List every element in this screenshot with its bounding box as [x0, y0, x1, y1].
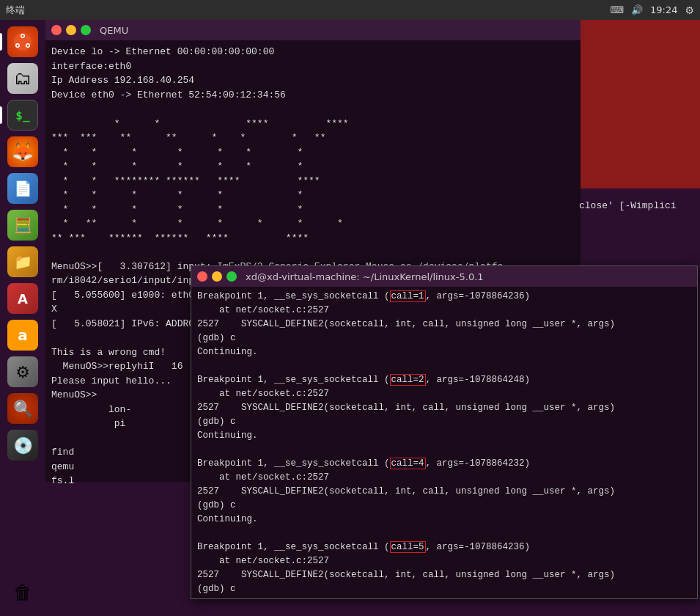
close-button-bg[interactable] [51, 25, 62, 35]
maximize-button-bg[interactable] [81, 25, 91, 35]
time-display: 19:24 [650, 4, 677, 15]
files-icon: 🗂 [7, 63, 38, 94]
maximize-button-fg[interactable] [226, 271, 237, 282]
user-text: user [544, 319, 566, 329]
keyboard-icon: ⌨ [610, 4, 624, 15]
call1-highlight: call=1 [390, 290, 426, 302]
sidebar-item-files[interactable]: 🗂 [5, 61, 40, 96]
call2-highlight: call=2 [390, 374, 426, 386]
sidebar-item-font[interactable]: A [5, 281, 40, 316]
sidebar-item-app2[interactable]: 🔍 [5, 391, 40, 426]
menuos-line2: rm/i8042/serio1/input/input3 [51, 275, 211, 286]
terminal-fg-content[interactable]: Breakpoint 1, __se_sys_socketcall (call=… [191, 287, 697, 598]
dvd-icon: 💿 [7, 430, 38, 461]
amazon-icon: a [7, 320, 38, 351]
sidebar-item-calc[interactable]: 🧮 [5, 208, 40, 243]
sidebar-item-terminal[interactable]: $_ [5, 98, 40, 133]
sidebar-item-ubuntu[interactable] [5, 24, 40, 59]
files2-icon: 📁 [7, 246, 38, 277]
app2-icon: 🔍 [7, 393, 38, 424]
minimize-button-fg[interactable] [212, 271, 222, 282]
firefox-icon: 🦊 [7, 136, 38, 167]
terminal-fg-title: xd@xd-virtual-machine: ~/LinuxKernel/lin… [246, 271, 484, 282]
ubuntu-icon [7, 26, 38, 57]
svg-point-4 [22, 35, 24, 37]
sidebar-item-trash[interactable]: 🗑 [5, 575, 40, 610]
partial-right-text: close' [-Wimplici [579, 200, 677, 211]
audio-icon: 🔊 [631, 4, 643, 15]
font-icon: A [7, 283, 38, 314]
text-editor-icon: 📄 [7, 173, 38, 204]
trash-icon: 🗑 [7, 577, 38, 608]
sidebar-item-files2[interactable]: 📁 [5, 244, 40, 279]
sidebar-item-dvd[interactable]: 💿 [5, 428, 40, 463]
terminal-bg-titlebar: QEMU [45, 20, 581, 40]
calc-icon: 🧮 [7, 210, 38, 241]
top-bar: 终端 ⌨ 🔊 19:24 ⚙ [0, 0, 700, 20]
sidebar-item-text-editor[interactable]: 📄 [5, 171, 40, 206]
red-area [579, 20, 700, 188]
close-button-fg[interactable] [197, 271, 207, 282]
top-bar-right: ⌨ 🔊 19:24 ⚙ [610, 4, 694, 16]
settings-icon[interactable]: ⚙ [685, 4, 694, 16]
call4-highlight: call=4 [390, 458, 426, 469]
call5-highlight: call=5 [390, 541, 426, 553]
sidebar-dock: 🗂 $_ 🦊 📄 🧮 📁 A a ⚙ 🔍 💿 🗑 [0, 20, 45, 616]
sidebar-item-amazon[interactable]: a [5, 318, 40, 353]
settings2-icon: ⚙ [7, 356, 38, 387]
terminal-bg-title: QEMU [100, 25, 128, 36]
app-label: 终端 [6, 4, 25, 17]
terminal-foreground-window: xd@xd-virtual-machine: ~/LinuxKernel/lin… [191, 265, 698, 599]
svg-point-6 [17, 45, 19, 47]
svg-point-5 [27, 45, 29, 47]
minimize-button-bg[interactable] [66, 25, 76, 35]
terminal-icon: $_ [7, 100, 38, 131]
terminal-fg-titlebar: xd@xd-virtual-machine: ~/LinuxKernel/lin… [191, 266, 697, 287]
sidebar-item-settings[interactable]: ⚙ [5, 354, 40, 389]
sidebar-item-firefox[interactable]: 🦊 [5, 134, 40, 169]
